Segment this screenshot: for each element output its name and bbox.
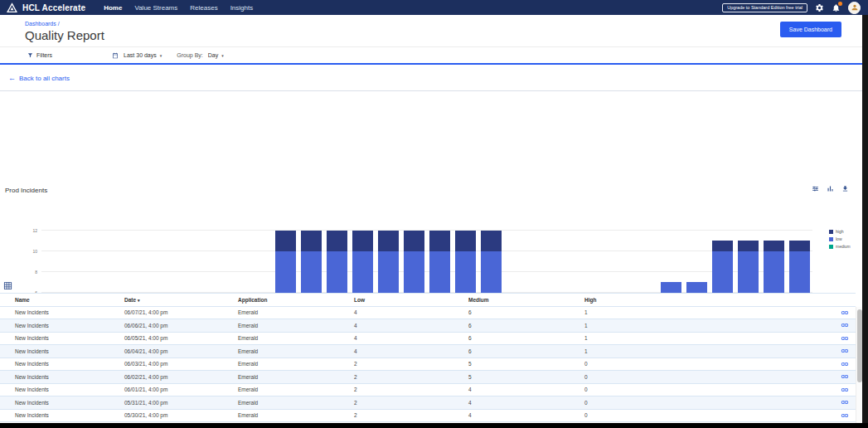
table-cell: Emerald [236,306,352,319]
chart-type-icon[interactable] [827,185,834,192]
nav-item-insights[interactable]: Insights [230,4,254,12]
bottom-edge-strip [0,423,868,428]
date-range-value: Last 30 days [124,52,157,58]
bar-segment-low [429,251,450,293]
date-range-dropdown[interactable]: Last 30 days ▾ [124,52,162,58]
row-link-icon[interactable] [819,332,856,345]
legend-item-medium: medium [829,244,851,249]
table-cell: 4 [467,396,583,410]
legend-item-low: low [829,236,851,241]
row-link-icon[interactable] [819,345,856,358]
bar-segment-high [352,231,373,251]
table-cell: New Incidents [0,357,123,371]
table-cell: Emerald [236,409,352,422]
filters-label[interactable]: Filters [36,52,52,58]
table-cell: 0 [583,409,819,422]
chart-toolbar [812,185,849,192]
table-cell: 6 [467,345,583,358]
table-cell: 2 [352,409,467,422]
table-cell: 5 [467,357,583,371]
main-nav: HomeValue StreamsReleasesInsights [104,4,253,12]
back-to-charts-link[interactable]: ← Back to all charts [8,75,70,82]
page-header: Dashboards / Quality Report Save Dashboa… [0,15,862,46]
chevron-down-icon: ▾ [160,53,162,58]
column-header-high[interactable]: High [583,294,819,307]
table-cell: 06/02/21, 4:00 pm [123,371,236,384]
calendar-icon[interactable] [112,52,119,59]
row-link-icon[interactable] [819,371,856,384]
table-cell: 06/05/21, 4:00 pm [123,332,236,345]
table-cell: New Incidents [0,383,123,396]
table-cell: 4 [352,306,467,319]
row-link-icon[interactable] [819,383,856,396]
row-link-icon[interactable] [819,306,856,319]
legend-item-high: high [829,229,851,234]
y-tick-label: 8 [35,270,37,275]
legend-swatch-high [829,230,833,234]
row-link-icon[interactable] [819,409,856,422]
breadcrumb[interactable]: Dashboards / [25,21,60,27]
table-cell: Emerald [236,383,352,396]
bar-segment-low [275,251,296,293]
save-dashboard-button[interactable]: Save Dashboard [780,22,841,37]
user-avatar[interactable] [848,2,861,14]
bar-segment-high [301,231,322,251]
column-header-low[interactable]: Low [352,294,467,307]
table-row: New Incidents06/04/21, 4:00 pmEmerald461 [0,345,856,358]
chart-title: Prod Incidents [5,187,47,194]
back-row: ← Back to all charts [0,66,862,91]
bar-segment-high [327,231,347,251]
table-cell: 06/04/21, 4:00 pm [123,345,236,358]
chevron-down-icon: ▾ [221,53,224,58]
table-row: New Incidents06/02/21, 4:00 pmEmerald250 [0,371,856,384]
table-header-row: NameDate▾ApplicationLowMediumHigh [0,294,856,307]
bar-segment-low [712,251,733,293]
table-cell: 4 [352,332,467,345]
group-by-label: Group By: [177,52,203,58]
legend-swatch-low [829,237,833,241]
app-title: HCL Accelerate [22,3,85,12]
chart-options-icon[interactable] [812,185,819,192]
column-header-actions [819,294,856,307]
table-cell: New Incidents [0,396,123,410]
hcl-logo-icon[interactable] [7,2,17,13]
table-cell: 4 [467,383,583,396]
bar-segment-low [455,251,476,293]
table-cell: 1 [583,306,819,319]
chart-legend: highlowmedium [829,229,851,249]
table-cell: Emerald [236,357,352,371]
back-arrow-icon: ← [8,75,16,82]
quality-report-page: HCL Accelerate HomeValue StreamsReleases… [0,0,868,428]
bar-segment-high [378,231,399,251]
table-cell: 0 [583,383,819,396]
bar-segment-high [764,241,784,250]
notifications-bell-icon[interactable] [832,3,841,12]
filter-funnel-icon[interactable] [27,52,33,58]
table-cell: 0 [583,357,819,371]
column-header-medium[interactable]: Medium [467,294,583,307]
nav-item-releases[interactable]: Releases [190,4,217,12]
table-cell: 2 [352,383,467,396]
nav-item-value-streams[interactable]: Value Streams [134,4,177,12]
upgrade-button[interactable]: Upgrade to Standard Edition free trial [722,3,807,12]
table-cell: 6 [467,319,583,333]
table-cell: 0 [583,396,819,410]
y-tick-label: 10 [32,249,37,254]
table-scrollbar[interactable] [856,307,862,423]
column-header-name[interactable]: Name [0,294,123,307]
row-link-icon[interactable] [819,319,856,333]
column-header-application[interactable]: Application [236,294,352,307]
table-row: New Incidents06/03/21, 4:00 pmEmerald250 [0,357,856,371]
table-view-icon[interactable] [3,281,12,290]
row-link-icon[interactable] [819,396,856,410]
settings-gear-icon[interactable] [815,3,824,12]
table-cell: 06/07/21, 4:00 pm [123,306,236,319]
table-row: New Incidents06/01/21, 4:00 pmEmerald240 [0,383,856,396]
download-icon[interactable] [841,185,849,192]
nav-item-home[interactable]: Home [104,4,122,12]
group-by-dropdown[interactable]: Day ▾ [208,52,224,58]
bar-segment-high [275,231,296,251]
column-header-date[interactable]: Date▾ [123,294,236,307]
row-link-icon[interactable] [819,357,856,371]
notification-badge [838,2,842,6]
